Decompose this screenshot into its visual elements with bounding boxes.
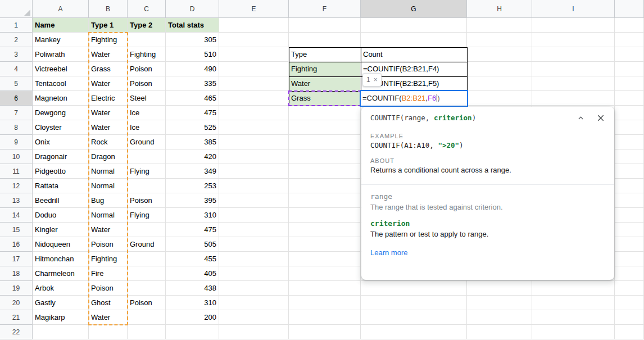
cell-D3[interactable]: 510 <box>166 47 219 62</box>
cell-C7[interactable]: Ice <box>128 106 166 120</box>
row-header-19[interactable]: 19 <box>0 281 33 296</box>
cell-I5[interactable] <box>532 76 615 91</box>
cell-F14[interactable] <box>289 208 361 223</box>
row-header-13[interactable]: 13 <box>0 193 33 208</box>
column-header-last[interactable] <box>615 0 644 18</box>
cell-F4[interactable]: Fighting <box>289 62 361 76</box>
cell-I20[interactable] <box>532 296 615 310</box>
cell-J8[interactable] <box>615 120 644 135</box>
cell-B16[interactable]: Poison <box>89 237 128 252</box>
cell-I1[interactable] <box>532 18 615 33</box>
cell-E6[interactable] <box>219 91 289 106</box>
cell-I6[interactable] <box>532 91 615 106</box>
cell-J18[interactable] <box>615 266 644 281</box>
cell-D5[interactable]: 335 <box>166 76 219 91</box>
row-header-18[interactable]: 18 <box>0 266 33 281</box>
cell-H3[interactable] <box>467 47 532 62</box>
column-header-C[interactable]: C <box>128 0 166 18</box>
cell-J22[interactable] <box>615 325 644 339</box>
cell-H19[interactable] <box>467 281 532 296</box>
row-header-12[interactable]: 12 <box>0 179 33 193</box>
cell-B22[interactable] <box>89 325 128 339</box>
cell-E12[interactable] <box>219 179 289 193</box>
cell-C22[interactable] <box>128 325 166 339</box>
cell-I3[interactable] <box>532 47 615 62</box>
cell-E10[interactable] <box>219 149 289 164</box>
cell-C18[interactable] <box>128 266 166 281</box>
row-header-10[interactable]: 10 <box>0 149 33 164</box>
column-header-D[interactable]: D <box>166 0 219 18</box>
cell-B20[interactable]: Ghost <box>89 296 128 310</box>
cell-I22[interactable] <box>532 325 615 339</box>
cell-J20[interactable] <box>615 296 644 310</box>
cell-B8[interactable]: Water <box>89 120 128 135</box>
row-header-7[interactable]: 7 <box>0 106 33 120</box>
cell-A1[interactable]: Name <box>33 18 89 33</box>
cell-C11[interactable]: Flying <box>128 164 166 179</box>
cell-D13[interactable]: 395 <box>166 193 219 208</box>
cell-A9[interactable]: Onix <box>33 135 89 149</box>
cell-D19[interactable]: 438 <box>166 281 219 296</box>
cell-B13[interactable]: Bug <box>89 193 128 208</box>
cell-C3[interactable]: Fighting <box>128 47 166 62</box>
cell-B17[interactable]: Fighting <box>89 252 128 266</box>
cell-G20[interactable] <box>361 296 467 310</box>
cell-J9[interactable] <box>615 135 644 149</box>
cell-F5[interactable]: Water <box>289 76 361 91</box>
cell-H21[interactable] <box>467 310 532 325</box>
cell-J17[interactable] <box>615 252 644 266</box>
cell-F6[interactable]: Grass <box>289 91 361 106</box>
cell-B19[interactable]: Poison <box>89 281 128 296</box>
column-header-B[interactable]: B <box>89 0 128 18</box>
cell-C13[interactable]: Poison <box>128 193 166 208</box>
cell-C21[interactable] <box>128 310 166 325</box>
cell-C4[interactable]: Poison <box>128 62 166 76</box>
cell-A2[interactable]: Mankey <box>33 33 89 47</box>
cell-F19[interactable] <box>289 281 361 296</box>
cell-J10[interactable] <box>615 149 644 164</box>
row-header-16[interactable]: 16 <box>0 237 33 252</box>
cell-B5[interactable]: Water <box>89 76 128 91</box>
cell-D8[interactable]: 525 <box>166 120 219 135</box>
cell-H22[interactable] <box>467 325 532 339</box>
cell-J5[interactable] <box>615 76 644 91</box>
cell-D2[interactable]: 305 <box>166 33 219 47</box>
column-header-G[interactable]: G <box>361 0 467 18</box>
cell-E9[interactable] <box>219 135 289 149</box>
cell-C12[interactable] <box>128 179 166 193</box>
cell-E18[interactable] <box>219 266 289 281</box>
cell-B18[interactable]: Fire <box>89 266 128 281</box>
cell-J11[interactable] <box>615 164 644 179</box>
cell-J4[interactable] <box>615 62 644 76</box>
cell-D6[interactable]: 465 <box>166 91 219 106</box>
cell-E17[interactable] <box>219 252 289 266</box>
cell-J12[interactable] <box>615 179 644 193</box>
cell-J15[interactable] <box>615 223 644 237</box>
cell-C1[interactable]: Type 2 <box>128 18 166 33</box>
cell-E15[interactable] <box>219 223 289 237</box>
cell-F10[interactable] <box>289 149 361 164</box>
cell-A12[interactable]: Rattata <box>33 179 89 193</box>
cell-C20[interactable]: Poison <box>128 296 166 310</box>
cell-D22[interactable] <box>166 325 219 339</box>
cell-E3[interactable] <box>219 47 289 62</box>
cell-C9[interactable]: Ground <box>128 135 166 149</box>
cell-B14[interactable]: Normal <box>89 208 128 223</box>
cell-C17[interactable] <box>128 252 166 266</box>
cell-F9[interactable] <box>289 135 361 149</box>
cell-D15[interactable]: 475 <box>166 223 219 237</box>
cell-C14[interactable]: Flying <box>128 208 166 223</box>
cell-H1[interactable] <box>467 18 532 33</box>
chip-close-icon[interactable]: × <box>374 76 378 83</box>
cell-A18[interactable]: Charmeleon <box>33 266 89 281</box>
cell-E22[interactable] <box>219 325 289 339</box>
cell-C19[interactable] <box>128 281 166 296</box>
cell-F11[interactable] <box>289 164 361 179</box>
cell-J13[interactable] <box>615 193 644 208</box>
cell-F8[interactable] <box>289 120 361 135</box>
cell-J21[interactable] <box>615 310 644 325</box>
cell-E13[interactable] <box>219 193 289 208</box>
column-header-H[interactable]: H <box>467 0 532 18</box>
cell-G21[interactable] <box>361 310 467 325</box>
cell-A7[interactable]: Dewgong <box>33 106 89 120</box>
